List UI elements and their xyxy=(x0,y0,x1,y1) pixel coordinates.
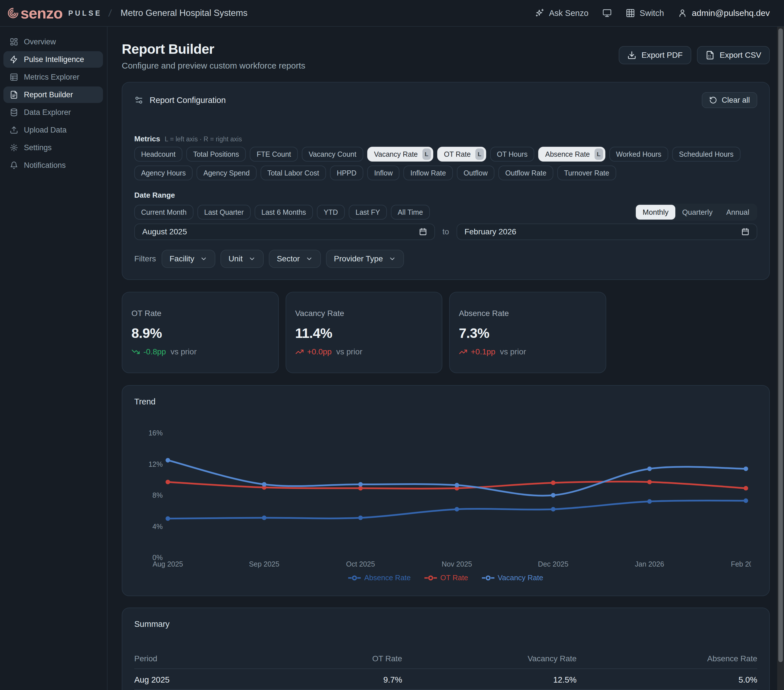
granularity-annual[interactable]: Annual xyxy=(720,205,756,219)
metric-chip-worked-hours[interactable]: Worked Hours xyxy=(609,147,668,161)
legend-item-vacancy-rate[interactable]: Vacancy Rate xyxy=(482,573,544,582)
legend-line-icon xyxy=(348,575,361,581)
date-from-input[interactable]: August 2025 xyxy=(134,224,435,240)
summary-title: Summary xyxy=(134,619,757,629)
granularity-monthly[interactable]: Monthly xyxy=(636,205,675,219)
calendar-icon[interactable] xyxy=(741,227,749,236)
sidebar: OverviewPulse IntelligenceMetrics Explor… xyxy=(0,27,107,690)
metric-chip-total-positions[interactable]: Total Positions xyxy=(186,147,246,161)
export-pdf-button[interactable]: Export PDF xyxy=(619,46,691,64)
axis-badge[interactable]: L xyxy=(595,148,603,160)
sidebar-item-data-explorer[interactable]: Data Explorer xyxy=(3,104,103,120)
grid-icon xyxy=(626,8,635,18)
report-configuration-card: Report Configuration Clear all Metrics L… xyxy=(122,82,770,280)
monitor-icon xyxy=(602,8,612,18)
scrollbar-thumb[interactable] xyxy=(778,28,783,662)
metric-chip-agency-spend[interactable]: Agency Spend xyxy=(196,166,257,180)
dot-vacancy-rate xyxy=(647,466,652,471)
sidebar-item-label: Upload Data xyxy=(24,126,67,135)
sparkles-icon xyxy=(535,8,545,18)
trend-chart-svg: 0%4%8%12%16%Aug 2025Sep 2025Oct 2025Nov … xyxy=(134,415,751,570)
dot-absence-rate xyxy=(551,507,555,511)
metric-chip-scheduled-hours[interactable]: Scheduled Hours xyxy=(672,147,741,161)
metric-chip-hppd[interactable]: HPPD xyxy=(330,166,363,180)
chevron-down-icon xyxy=(306,255,313,262)
metric-chip-outflow-rate[interactable]: Outflow Rate xyxy=(498,166,553,180)
breadcrumb-separator: / xyxy=(108,8,112,19)
sidebar-item-label: Data Explorer xyxy=(24,108,71,117)
sidebar-item-label: Notifications xyxy=(24,161,66,170)
zap-icon xyxy=(10,55,18,64)
summary-cell: 12.5% xyxy=(402,669,576,690)
sidebar-item-settings[interactable]: Settings xyxy=(3,139,103,156)
date-preset-ytd[interactable]: YTD xyxy=(317,205,345,219)
svg-text:Jan 2026: Jan 2026 xyxy=(635,560,664,568)
filter-facility[interactable]: Facility xyxy=(161,250,215,268)
user-icon xyxy=(678,8,687,18)
calendar-icon[interactable] xyxy=(419,227,427,236)
metric-chip-agency-hours[interactable]: Agency Hours xyxy=(134,166,193,180)
settings-sliders-icon xyxy=(134,96,143,105)
metrics-axis-hint: L = left axis · R = right axis xyxy=(165,135,242,143)
filter-provider-type[interactable]: Provider Type xyxy=(326,250,404,268)
chart-legend: Absence RateOT RateVacancy Rate xyxy=(134,573,757,582)
org-name: Metro General Hospital Systems xyxy=(120,8,247,18)
file-text-icon xyxy=(10,91,18,99)
date-preset-all-time[interactable]: All Time xyxy=(391,205,430,219)
granularity-toggle: MonthlyQuarterlyAnnual xyxy=(635,204,757,221)
kpi-delta: +0.1ppvs prior xyxy=(459,347,596,356)
metric-chip-vacancy-rate[interactable]: Vacancy RateL xyxy=(367,147,433,161)
metric-chip-inflow-rate[interactable]: Inflow Rate xyxy=(404,166,453,180)
export-csv-button[interactable]: Export CSV xyxy=(697,46,770,64)
legend-item-ot-rate[interactable]: OT Rate xyxy=(425,573,468,582)
metric-chip-outflow[interactable]: Outflow xyxy=(457,166,495,180)
switch-button[interactable]: Switch xyxy=(626,8,664,18)
summary-card: Summary PeriodOT RateVacancy RateAbsence… xyxy=(122,608,770,690)
date-to-input[interactable]: February 2026 xyxy=(456,224,757,240)
dot-ot-rate xyxy=(358,486,363,491)
svg-text:8%: 8% xyxy=(153,491,163,499)
metric-chip-vacancy-count[interactable]: Vacancy Count xyxy=(302,147,363,161)
metric-chip-total-labor-cost[interactable]: Total Labor Cost xyxy=(260,166,326,180)
kpi-value: 7.3% xyxy=(459,325,596,341)
axis-badge[interactable]: L xyxy=(475,148,484,160)
filter-sector[interactable]: Sector xyxy=(269,250,321,268)
metric-chip-fte-count[interactable]: FTE Count xyxy=(250,147,298,161)
axis-badge[interactable]: L xyxy=(422,148,431,160)
sidebar-item-pulse-intelligence[interactable]: Pulse Intelligence xyxy=(3,51,103,68)
sidebar-item-upload-data[interactable]: Upload Data xyxy=(3,122,103,138)
metric-chip-ot-hours[interactable]: OT Hours xyxy=(490,147,535,161)
dot-absence-rate xyxy=(166,516,170,521)
trending-down-icon xyxy=(132,347,140,356)
granularity-quarterly[interactable]: Quarterly xyxy=(675,205,720,219)
ask-senzo-button[interactable]: Ask Senzo xyxy=(535,8,588,18)
dot-ot-rate xyxy=(166,480,170,484)
summary-col-period: Period xyxy=(134,646,290,669)
filter-unit[interactable]: Unit xyxy=(221,250,264,268)
kpi-label: Absence Rate xyxy=(459,309,596,318)
date-preset-last-quarter[interactable]: Last Quarter xyxy=(198,205,250,219)
sidebar-item-label: Settings xyxy=(24,143,52,152)
page-subtitle: Configure and preview custom workforce r… xyxy=(122,60,305,71)
date-preset-last-fy[interactable]: Last FY xyxy=(349,205,387,219)
metric-chip-headcount[interactable]: Headcount xyxy=(134,147,182,161)
metric-chip-ot-rate[interactable]: OT RateL xyxy=(437,147,486,161)
sidebar-item-overview[interactable]: Overview xyxy=(3,34,103,50)
date-preset-last-6-months[interactable]: Last 6 Months xyxy=(255,205,313,219)
sidebar-item-metrics-explorer[interactable]: Metrics Explorer xyxy=(3,69,103,85)
kpi-card-vacancy-rate: Vacancy Rate11.4%+0.0ppvs prior xyxy=(286,292,443,373)
sidebar-item-notifications[interactable]: Notifications xyxy=(3,157,103,173)
metric-chip-absence-rate[interactable]: Absence RateL xyxy=(538,147,605,161)
date-preset-current-month[interactable]: Current Month xyxy=(134,205,193,219)
metric-chip-turnover-rate[interactable]: Turnover Rate xyxy=(557,166,616,180)
scrollbar[interactable] xyxy=(777,27,784,690)
clear-all-button[interactable]: Clear all xyxy=(702,92,757,108)
display-button[interactable] xyxy=(602,8,612,18)
user-menu[interactable]: admin@pulsehq.dev xyxy=(678,8,770,18)
legend-item-absence-rate[interactable]: Absence Rate xyxy=(348,573,410,582)
download-icon xyxy=(627,51,636,60)
sidebar-item-report-builder[interactable]: Report Builder xyxy=(3,86,103,103)
sidebar-item-label: Metrics Explorer xyxy=(24,73,79,82)
summary-cell: 5.0% xyxy=(576,669,757,690)
metric-chip-inflow[interactable]: Inflow xyxy=(367,166,399,180)
